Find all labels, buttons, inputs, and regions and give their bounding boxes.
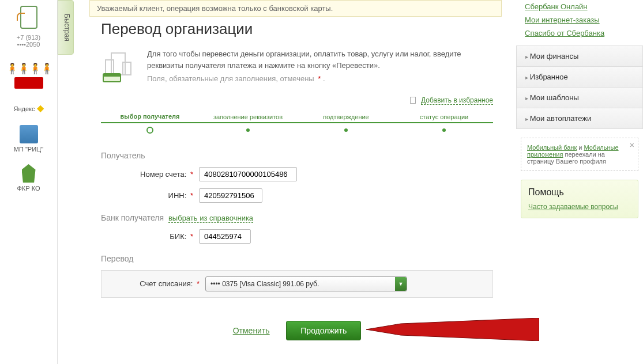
inn-input[interactable] — [199, 188, 262, 203]
rlink-online[interactable]: Сбербанк Онлайн — [525, 0, 634, 13]
svg-rect-2 — [123, 62, 131, 75]
sidebar-label: МП "РИЦ" — [14, 146, 43, 153]
step-label: заполнение реквизитов — [213, 113, 283, 120]
step-2: заполнение реквизитов — [199, 113, 297, 133]
rlink-orders[interactable]: Мои интернет-заказы — [525, 13, 634, 26]
account-input[interactable] — [199, 167, 297, 181]
region-icon — [22, 164, 36, 183]
menu-favorites[interactable]: Избранное — [516, 67, 643, 88]
chevron-down-icon: ▼ — [395, 277, 407, 291]
quick-tab[interactable]: Быстрая — [58, 0, 74, 55]
sidebar-label: ФКР КО — [17, 185, 40, 192]
bookmark-icon — [410, 97, 416, 104]
close-icon[interactable]: × — [630, 141, 634, 150]
menu-autopay[interactable]: Мои автоплатежи — [516, 108, 643, 129]
step-3: подтверждение — [297, 113, 395, 133]
hint-text: Поля, обязательные для заполнения, отмеч… — [147, 74, 314, 83]
bik-label: БИК: * — [101, 232, 199, 241]
step-label: выбор получателя — [121, 113, 180, 120]
intro-text: Для того чтобы перевести деньги организа… — [147, 48, 493, 71]
red-logo-icon — [14, 77, 43, 89]
menu-finances[interactable]: Мои финансы — [516, 46, 643, 67]
bik-input[interactable] — [199, 229, 251, 244]
help-title: Помощь — [528, 187, 631, 198]
step-1: выбор получателя — [101, 113, 199, 134]
page-title: Перевод организации — [101, 20, 493, 38]
sidebar-item-people[interactable]: 🧍🧍🧍🧍 — [0, 56, 57, 97]
mobile-bank-link[interactable]: Мобильный банк — [527, 144, 577, 151]
red-arrow-annotation — [366, 318, 539, 341]
inn-label: ИНН: * — [101, 191, 199, 200]
step-4: статус операции — [395, 113, 493, 133]
sidebar-item-ric[interactable]: МП "РИЦ" — [0, 119, 57, 158]
sidebar-item-yandex[interactable]: Яндекс ◆ — [0, 97, 57, 119]
svg-rect-4 — [103, 74, 121, 77]
main-content: Перевод организации Для того чтобы перев… — [101, 14, 493, 340]
select-value: •••• 0375 [Visa Classic] 991.06 руб. — [206, 278, 395, 290]
yandex-icon: ◆ — [37, 103, 44, 113]
sidebar-phone-item[interactable]: +7 (913) ••••2050 — [0, 0, 57, 56]
org-icon — [101, 48, 136, 83]
svg-marker-5 — [366, 318, 539, 341]
building-icon — [20, 125, 38, 143]
left-sidebar: +7 (913) ••••2050 🧍🧍🧍🧍 Яндекс ◆ МП "РИЦ"… — [0, 0, 58, 364]
sidebar-item-fkr[interactable]: ФКР КО — [0, 158, 57, 198]
progress-steps: выбор получателя заполнение реквизитов п… — [101, 113, 493, 134]
cancel-link[interactable]: Отменить — [233, 326, 270, 335]
info-notice: × Мобильный банк и Мобильные приложения … — [521, 138, 638, 171]
intro-block: Для того чтобы перевести деньги организа… — [101, 48, 493, 85]
continue-button[interactable]: Продолжить — [286, 321, 361, 340]
phone-icon — [20, 6, 37, 29]
account-label: Номер счета: * — [101, 170, 199, 179]
phone-number: +7 (913) ••••2050 — [3, 31, 54, 51]
debit-label: Счет списания: * — [107, 279, 205, 288]
bank-section: Банк получателя выбрать из справочника — [101, 213, 493, 222]
debit-account-select[interactable]: •••• 0375 [Visa Classic] 991.06 руб. ▼ — [205, 276, 407, 291]
menu-templates[interactable]: Мои шаблоны — [516, 88, 643, 108]
bank-lookup-link[interactable]: выбрать из справочника — [168, 214, 253, 223]
sidebar-label: Яндекс — [13, 105, 35, 112]
right-sidebar: Сбербанк Онлайн Мои интернет-заказы Спас… — [516, 0, 643, 224]
required-mark: * — [318, 74, 321, 83]
faq-link[interactable]: Часто задаваемые вопросы — [528, 203, 618, 211]
add-favorite-link[interactable]: Добавить в избранное — [421, 96, 493, 105]
rlink-spasibo[interactable]: Спасибо от Сбербанка — [525, 26, 634, 40]
recipient-section: Получатель — [101, 151, 493, 160]
step-label: подтверждение — [323, 113, 368, 120]
help-box: Помощь Часто задаваемые вопросы — [521, 180, 638, 218]
transfer-section: Перевод — [101, 254, 493, 263]
svg-rect-1 — [106, 60, 114, 75]
people-icon: 🧍🧍🧍🧍 — [3, 62, 54, 75]
step-label: статус операции — [420, 113, 468, 120]
